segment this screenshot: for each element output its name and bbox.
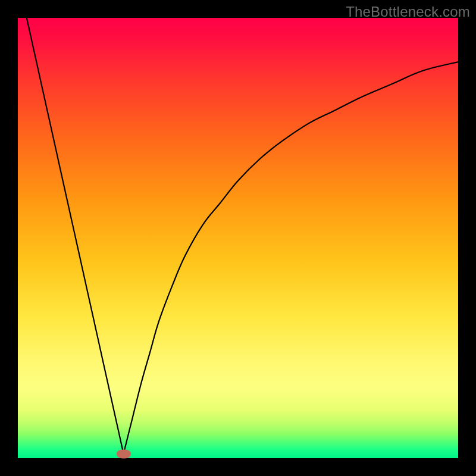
left-branch-path (27, 18, 124, 454)
chart-frame: TheBottleneck.com (0, 0, 476, 476)
right-branch-path (124, 62, 458, 454)
attribution-label: TheBottleneck.com (346, 4, 470, 20)
plot-area (18, 18, 458, 458)
curve-layer (18, 18, 458, 458)
minimum-marker (117, 449, 131, 458)
